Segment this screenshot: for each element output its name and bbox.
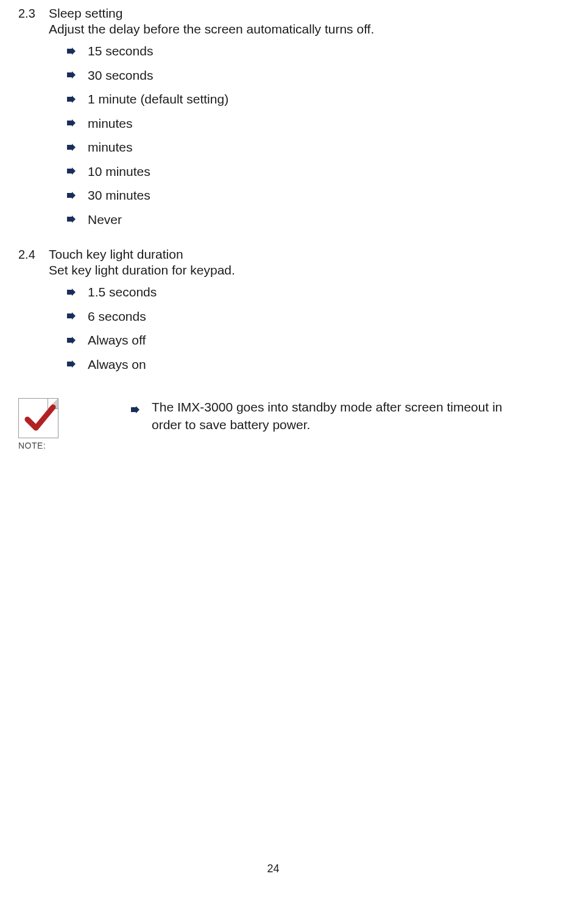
section-number: 2.4 bbox=[18, 248, 49, 262]
list-item: Always on bbox=[67, 355, 528, 374]
svg-marker-10 bbox=[67, 337, 76, 344]
list-item: Always off bbox=[67, 331, 528, 350]
svg-marker-12 bbox=[131, 406, 140, 413]
list-item-text: minutes bbox=[88, 114, 528, 133]
list-item-text: Always on bbox=[88, 355, 528, 374]
note-text: The IMX-3000 goes into standby mode afte… bbox=[152, 398, 528, 450]
note-page-icon bbox=[18, 398, 58, 438]
list-item-text: 6 seconds bbox=[88, 307, 528, 326]
svg-marker-0 bbox=[67, 47, 76, 55]
svg-marker-5 bbox=[67, 167, 76, 175]
bullet-arrow-icon bbox=[67, 47, 88, 55]
section-description: Set key light duration for keypad. bbox=[49, 263, 528, 278]
list-item: Never bbox=[67, 210, 528, 229]
bullet-arrow-icon bbox=[131, 398, 152, 450]
section-description: Adjust the delay before the screen autom… bbox=[49, 22, 528, 37]
list-item-text: 30 seconds bbox=[88, 66, 528, 85]
bullet-list: 15 seconds 30 seconds 1 minute (default … bbox=[67, 41, 528, 229]
bullet-arrow-icon bbox=[67, 192, 88, 199]
list-item: 30 seconds bbox=[67, 66, 528, 85]
list-item-text: 30 minutes bbox=[88, 186, 528, 205]
list-item: 15 seconds bbox=[67, 41, 528, 61]
bullet-arrow-icon bbox=[67, 360, 88, 368]
svg-marker-6 bbox=[67, 192, 76, 199]
list-item-text: 1 minute (default setting) bbox=[88, 89, 528, 109]
section-2-4: 2.4 Touch key light duration Set key lig… bbox=[18, 247, 528, 374]
bullet-arrow-icon bbox=[67, 337, 88, 344]
page-number: 24 bbox=[0, 863, 546, 875]
section-number: 2.3 bbox=[18, 7, 49, 21]
note-block: NOTE: The IMX-3000 goes into standby mod… bbox=[18, 398, 528, 450]
svg-marker-2 bbox=[67, 96, 76, 103]
bullet-arrow-icon bbox=[67, 215, 88, 223]
bullet-arrow-icon bbox=[67, 96, 88, 103]
bullet-arrow-icon bbox=[67, 71, 88, 79]
list-item-text: 1.5 seconds bbox=[88, 282, 528, 302]
bullet-list: 1.5 seconds 6 seconds Always off Always … bbox=[67, 282, 528, 374]
list-item-text: 15 seconds bbox=[88, 41, 528, 61]
list-item: 1.5 seconds bbox=[67, 282, 528, 302]
bullet-arrow-icon bbox=[67, 167, 88, 175]
list-item: minutes bbox=[67, 138, 528, 157]
list-item-text: Always off bbox=[88, 331, 528, 350]
list-item-text: 10 minutes bbox=[88, 162, 528, 181]
svg-marker-3 bbox=[67, 119, 76, 127]
bullet-arrow-icon bbox=[67, 289, 88, 296]
svg-marker-9 bbox=[67, 312, 76, 320]
section-title: Touch key light duration bbox=[49, 247, 528, 262]
svg-marker-8 bbox=[67, 289, 76, 296]
svg-marker-1 bbox=[67, 71, 76, 79]
list-item-text: minutes bbox=[88, 138, 528, 157]
bullet-arrow-icon bbox=[67, 119, 88, 127]
section-2-3: 2.3 Sleep setting Adjust the delay befor… bbox=[18, 6, 528, 229]
svg-marker-4 bbox=[67, 144, 76, 151]
svg-marker-11 bbox=[67, 360, 76, 368]
list-item: minutes bbox=[67, 114, 528, 133]
list-item-text: Never bbox=[88, 210, 528, 229]
checkmark-icon bbox=[24, 402, 57, 435]
bullet-arrow-icon bbox=[67, 312, 88, 320]
bullet-arrow-icon bbox=[67, 144, 88, 151]
note-label: NOTE: bbox=[18, 441, 131, 450]
list-item: 10 minutes bbox=[67, 162, 528, 181]
list-item: 6 seconds bbox=[67, 307, 528, 326]
svg-marker-7 bbox=[67, 215, 76, 223]
list-item: 30 minutes bbox=[67, 186, 528, 205]
section-title: Sleep setting bbox=[49, 6, 528, 21]
list-item: 1 minute (default setting) bbox=[67, 89, 528, 109]
